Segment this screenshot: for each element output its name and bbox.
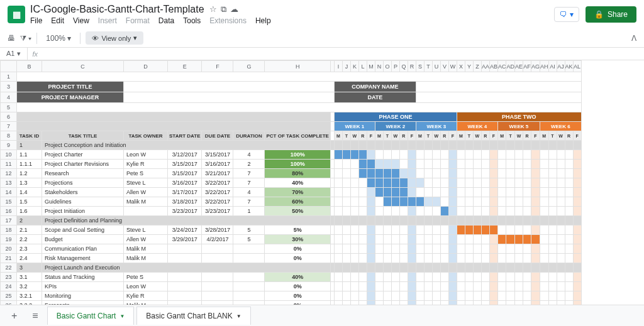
cell[interactable] xyxy=(465,207,473,216)
cell[interactable] xyxy=(448,160,457,169)
cell[interactable] xyxy=(548,225,557,235)
cell[interactable] xyxy=(350,273,358,282)
cell[interactable] xyxy=(448,197,457,207)
cell[interactable] xyxy=(565,207,573,216)
cell[interactable] xyxy=(375,160,383,169)
cell[interactable]: 25 xyxy=(1,291,17,301)
cell[interactable]: 3/21/2017 xyxy=(202,169,233,178)
cell[interactable] xyxy=(424,141,432,150)
cell[interactable]: 0% xyxy=(265,244,330,254)
cell[interactable]: AB xyxy=(489,61,497,72)
cell[interactable]: COMPANY NAME xyxy=(334,82,416,92)
cell[interactable]: 21 xyxy=(1,254,17,263)
cell[interactable] xyxy=(350,225,358,235)
cell[interactable] xyxy=(565,282,573,291)
cell[interactable] xyxy=(440,282,448,291)
cell[interactable] xyxy=(540,141,548,150)
cell[interactable] xyxy=(465,216,473,225)
cell[interactable] xyxy=(342,225,350,235)
cell[interactable]: R xyxy=(358,131,367,141)
cell[interactable] xyxy=(506,216,515,225)
cell[interactable] xyxy=(424,244,432,254)
cell[interactable]: PHASE ONE xyxy=(334,112,457,122)
cell[interactable] xyxy=(473,225,481,235)
cell[interactable] xyxy=(432,188,440,197)
cell[interactable]: Scope and Goal Setting xyxy=(42,225,124,235)
cell[interactable] xyxy=(432,160,440,169)
cell[interactable] xyxy=(557,263,565,273)
cell[interactable] xyxy=(424,188,432,197)
cell[interactable] xyxy=(465,178,473,188)
cell[interactable]: Kylie R xyxy=(124,160,168,169)
cell[interactable] xyxy=(334,207,342,216)
cell[interactable] xyxy=(506,141,515,150)
cell[interactable] xyxy=(202,282,233,291)
cell[interactable] xyxy=(557,188,565,197)
cell[interactable]: T xyxy=(424,61,432,72)
cell[interactable] xyxy=(233,273,265,282)
cell[interactable] xyxy=(497,254,506,263)
cell[interactable] xyxy=(514,244,523,254)
cell[interactable] xyxy=(342,207,350,216)
cell[interactable] xyxy=(391,282,399,291)
cell[interactable] xyxy=(514,141,523,150)
cell[interactable] xyxy=(531,141,540,150)
cell[interactable] xyxy=(448,291,457,301)
cell[interactable]: TASK OWNER xyxy=(124,131,168,141)
cell[interactable] xyxy=(473,207,481,216)
cell[interactable] xyxy=(540,207,548,216)
cell[interactable] xyxy=(523,197,531,207)
cell[interactable] xyxy=(457,160,465,169)
cell[interactable] xyxy=(350,150,358,160)
cell[interactable] xyxy=(465,273,473,282)
cell[interactable]: 3/29/2017 xyxy=(168,235,202,244)
cell[interactable] xyxy=(465,188,473,197)
cell[interactable]: AE xyxy=(514,61,523,72)
menu-insert[interactable]: Insert xyxy=(98,16,117,25)
cell[interactable] xyxy=(350,216,358,225)
cell[interactable] xyxy=(506,254,515,263)
cell[interactable] xyxy=(448,273,457,282)
cell[interactable] xyxy=(506,244,515,254)
cell[interactable] xyxy=(17,112,331,122)
cell[interactable]: Leon W xyxy=(124,282,168,291)
cell[interactable]: START DATE xyxy=(168,131,202,141)
cell[interactable] xyxy=(375,216,383,225)
cell[interactable] xyxy=(473,188,481,197)
cell[interactable] xyxy=(557,169,565,178)
cell[interactable] xyxy=(367,197,375,207)
cell[interactable] xyxy=(375,150,383,160)
cell[interactable]: 10 xyxy=(1,150,17,160)
cell[interactable] xyxy=(367,263,375,273)
menu-edit[interactable]: Edit xyxy=(51,16,64,25)
cell[interactable] xyxy=(408,225,416,235)
cell[interactable]: 3/15/2017 xyxy=(168,169,202,178)
cell[interactable]: Projections xyxy=(42,178,124,188)
cell[interactable]: 6 xyxy=(1,112,17,122)
cell[interactable]: 2 xyxy=(17,216,42,225)
cell[interactable] xyxy=(565,150,573,160)
cell[interactable] xyxy=(573,169,581,178)
cell[interactable] xyxy=(514,207,523,216)
cell[interactable] xyxy=(358,254,367,263)
cell[interactable] xyxy=(481,291,489,301)
cell[interactable] xyxy=(350,141,358,150)
cell[interactable] xyxy=(489,216,497,225)
cell[interactable]: WEEK 3 xyxy=(416,122,457,131)
cell[interactable] xyxy=(432,216,440,225)
cell[interactable]: WEEK 4 xyxy=(457,122,497,131)
cell[interactable] xyxy=(497,225,506,235)
cell[interactable]: T xyxy=(506,131,515,141)
cell[interactable] xyxy=(399,178,408,188)
cell[interactable] xyxy=(465,160,473,169)
cell[interactable]: WEEK 1 xyxy=(334,122,375,131)
cell[interactable] xyxy=(375,282,383,291)
cell[interactable] xyxy=(497,273,506,282)
cell[interactable]: Project Launch and Execution xyxy=(42,263,331,273)
cell[interactable] xyxy=(523,282,531,291)
cell[interactable] xyxy=(358,188,367,197)
cell[interactable] xyxy=(399,273,408,282)
cell[interactable] xyxy=(523,291,531,301)
cell[interactable] xyxy=(424,235,432,244)
cell[interactable]: R xyxy=(565,131,573,141)
